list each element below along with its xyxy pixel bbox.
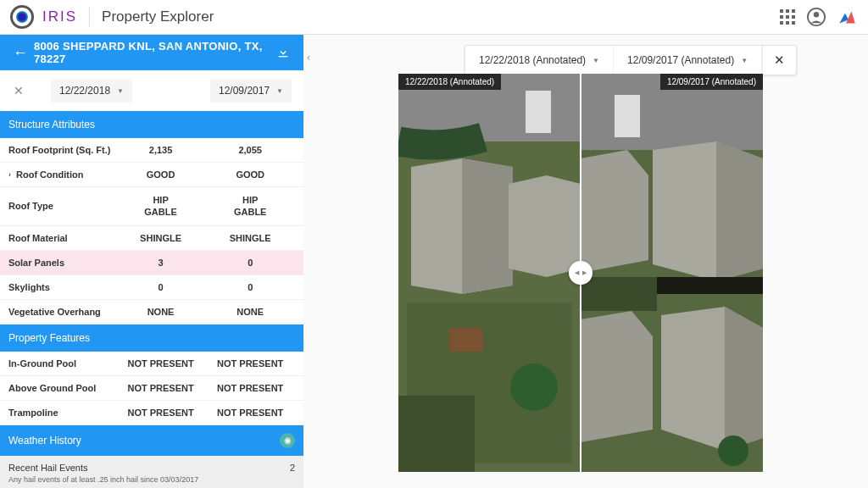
attribute-label: Roof Type <box>8 201 116 211</box>
apps-icon[interactable] <box>773 3 802 31</box>
sidebar-scroll[interactable]: Structure Attributes Roof Footprint (Sq.… <box>0 111 303 488</box>
svg-rect-11 <box>279 56 288 57</box>
image-compare-viewer[interactable]: 12/22/2018 (Annotated) <box>398 74 763 472</box>
section-weather-history: Weather History ◉ <box>0 425 303 456</box>
attribute-row: Roof Footprint (Sq. Ft.)2,1352,055 <box>0 138 303 163</box>
svg-marker-17 <box>462 158 513 294</box>
attribute-label: In-Ground Pool <box>8 358 116 369</box>
svg-rect-6 <box>780 21 783 25</box>
attribute-label: Vegetative Overhang <box>8 307 116 317</box>
attribute-value-left: NOT PRESENT <box>116 408 206 418</box>
back-button[interactable]: ← <box>7 39 34 66</box>
chevron-down-icon: ▼ <box>593 57 599 64</box>
weather-badge-icon: ◉ <box>280 433 295 448</box>
svg-point-35 <box>718 435 748 466</box>
left-pane-label: 12/22/2018 (Annotated) <box>398 74 501 90</box>
attribute-value-left: 0 <box>116 282 206 292</box>
svg-rect-8 <box>792 21 795 25</box>
attribute-value-left: 2,135 <box>116 145 206 155</box>
attribute-row: Solar Panels30 <box>0 251 303 275</box>
chevron-down-icon: ▼ <box>741 57 748 64</box>
attribute-value-right: NOT PRESENT <box>205 383 295 393</box>
date-select-right[interactable]: 12/09/2017 ▼ <box>210 79 292 103</box>
image-date-right-label: 12/09/2017 (Annotated) <box>627 54 734 66</box>
property-address: 8006 SHEPPARD KNL, SAN ANTONIO, TX, 7822… <box>34 40 270 65</box>
svg-rect-7 <box>786 21 789 25</box>
svg-marker-19 <box>509 175 581 277</box>
section-property-features: Property Features <box>0 324 303 352</box>
close-compare-icon[interactable]: ✕ <box>7 84 31 97</box>
attribute-value-left: GOOD <box>116 169 206 180</box>
brand-logo <box>10 5 34 29</box>
svg-rect-21 <box>449 328 483 352</box>
attribute-label: ›Roof Condition <box>8 169 116 180</box>
image-date-selector-bar: 12/22/2018 (Annotated) ▼ 12/09/2017 (Ann… <box>465 45 797 75</box>
svg-rect-26 <box>615 95 640 137</box>
date-select-left[interactable]: 12/22/2018 ▼ <box>51 79 132 103</box>
svg-rect-34 <box>581 277 657 311</box>
attribute-label: Roof Material <box>8 233 116 243</box>
svg-point-23 <box>510 363 558 411</box>
image-date-left-select[interactable]: 12/22/2018 (Annotated) ▼ <box>465 46 614 75</box>
svg-rect-0 <box>780 9 783 13</box>
svg-rect-5 <box>792 15 795 19</box>
weather-title: Weather History <box>8 435 81 446</box>
svg-rect-22 <box>398 396 475 472</box>
svg-marker-29 <box>581 150 648 273</box>
app-title: Property Explorer <box>102 8 214 25</box>
attribute-label: Skylights <box>8 282 116 292</box>
company-logo[interactable] <box>836 6 858 28</box>
hail-count: 2 <box>290 463 295 473</box>
attribute-row: TrampolineNOT PRESENTNOT PRESENT <box>0 401 303 425</box>
left-image-pane[interactable]: 12/22/2018 (Annotated) <box>398 74 581 472</box>
attribute-value-right: NONE <box>205 307 295 317</box>
top-bar: IRIS Property Explorer <box>0 0 868 35</box>
compare-slider-handle[interactable] <box>569 261 593 285</box>
date-compare-row: ✕ 12/22/2018 ▼ 12/09/2017 ▼ <box>0 70 303 111</box>
attribute-value-left: NOT PRESENT <box>116 383 206 393</box>
chevron-down-icon: ▼ <box>276 87 283 95</box>
svg-rect-2 <box>792 9 795 13</box>
attribute-row: Skylights00 <box>0 275 303 300</box>
attribute-row: Vegetative OverhangNONENONE <box>0 300 303 324</box>
attribute-label: Above Ground Pool <box>8 383 116 393</box>
attribute-value-left: HIPGABLE <box>116 194 206 219</box>
hail-subtitle: Any hail events of at least .25 inch hai… <box>8 475 295 484</box>
right-image-pane[interactable]: 12/09/2017 (Annotated) <box>581 74 763 472</box>
close-compare-button[interactable]: ✕ <box>762 46 796 75</box>
attribute-value-left: 3 <box>116 258 206 268</box>
attribute-value-right: SHINGLE <box>205 233 295 243</box>
divider <box>89 8 90 26</box>
date-left-label: 12/22/2018 <box>59 85 110 97</box>
expand-caret-icon[interactable]: › <box>8 170 11 179</box>
collapse-sidebar-icon[interactable]: ‹ <box>307 52 310 64</box>
hail-label: Recent Hail Events <box>8 463 88 473</box>
attribute-value-left: NONE <box>116 307 206 317</box>
section-structure-attributes: Structure Attributes <box>0 111 303 138</box>
download-icon[interactable] <box>270 39 297 66</box>
aerial-image-left <box>398 74 581 472</box>
svg-marker-32 <box>725 307 763 451</box>
svg-marker-28 <box>716 141 763 281</box>
attribute-value-right: NOT PRESENT <box>205 408 295 418</box>
svg-rect-4 <box>786 15 789 19</box>
attribute-value-right: 0 <box>205 258 295 268</box>
sidebar: ← 8006 SHEPPARD KNL, SAN ANTONIO, TX, 78… <box>0 35 303 488</box>
hail-events-row[interactable]: Recent Hail Events 2 Any hail events of … <box>0 456 303 488</box>
attribute-label: Trampoline <box>8 408 116 418</box>
attribute-value-right: 2,055 <box>205 145 295 155</box>
attribute-row: Roof TypeHIPGABLEHIPGABLE <box>0 187 303 226</box>
attribute-row: Roof MaterialSHINGLESHINGLE <box>0 226 303 251</box>
attribute-value-right: 0 <box>205 282 295 292</box>
attribute-row[interactable]: ›Roof ConditionGOODGOOD <box>0 163 303 187</box>
svg-rect-14 <box>526 91 551 133</box>
image-date-right-select[interactable]: 12/09/2017 (Annotated) ▼ <box>614 46 762 75</box>
right-pane-label: 12/09/2017 (Annotated) <box>660 74 763 90</box>
attribute-value-right: NOT PRESENT <box>205 358 295 369</box>
account-icon[interactable] <box>802 3 831 31</box>
attribute-value-left: SHINGLE <box>116 233 206 243</box>
image-date-left-label: 12/22/2018 (Annotated) <box>479 54 586 66</box>
svg-marker-33 <box>581 311 653 442</box>
attribute-value-right: HIPGABLE <box>205 194 295 219</box>
chevron-down-icon: ▼ <box>117 87 124 95</box>
